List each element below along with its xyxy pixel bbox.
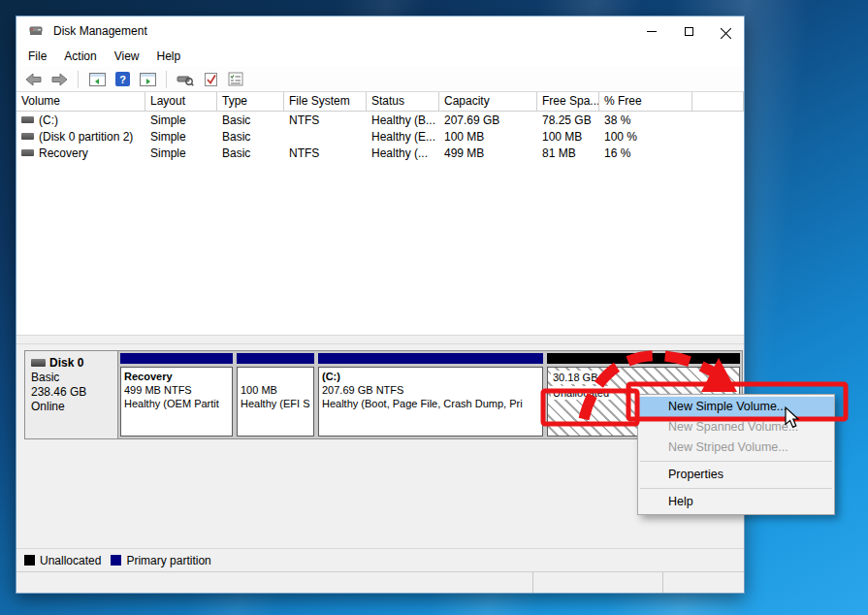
disk-icon xyxy=(31,359,46,367)
close-button[interactable] xyxy=(707,16,744,46)
menu-item-new-striped-volume: New Striped Volume... xyxy=(638,437,834,458)
column-header-blank xyxy=(692,92,744,111)
column-header-pct-free[interactable]: % Free xyxy=(599,92,692,111)
volume-list-pane: Volume Layout Type File System Status Ca… xyxy=(16,92,744,335)
unallocated-label: Unallocated xyxy=(551,386,611,400)
close-icon xyxy=(721,26,731,37)
legend-unallocated-label: Unallocated xyxy=(40,554,101,567)
table-row[interactable]: Recovery Simple Basic NTFS Healthy (... … xyxy=(16,145,744,161)
partition-recovery[interactable]: Recovery 499 MB NTFS Healthy (OEM Partit xyxy=(120,353,233,437)
menu-item-help[interactable]: Help xyxy=(638,492,834,512)
partition-c[interactable]: (C:) 207.69 GB NTFS Healthy (Boot, Page … xyxy=(318,353,543,437)
disk-type: Basic xyxy=(31,371,113,385)
svg-text:?: ? xyxy=(119,74,126,85)
column-header-capacity[interactable]: Capacity xyxy=(439,92,537,111)
pane-splitter[interactable] xyxy=(16,335,744,344)
disk-management-app-icon xyxy=(27,21,47,41)
toolbar-separator xyxy=(166,71,167,88)
back-icon[interactable] xyxy=(24,70,44,89)
column-header-volume[interactable]: Volume xyxy=(16,92,145,111)
disk-graphic-pane: Disk 0 Basic 238.46 GB Online Recovery 4… xyxy=(16,344,744,548)
legend-primary-label: Primary partition xyxy=(126,554,210,567)
legend-bar: Unallocated Primary partition xyxy=(16,548,744,571)
toolbar: ? xyxy=(16,67,744,92)
status-bar-main xyxy=(16,572,532,593)
show-console-tree-icon[interactable] xyxy=(87,70,107,89)
status-bar-cell xyxy=(532,572,662,593)
legend-primary-swatch xyxy=(111,555,121,566)
partition-header-bar xyxy=(120,353,233,364)
disk-size: 238.46 GB xyxy=(31,385,113,400)
partition-header-bar xyxy=(318,353,543,364)
menu-bar: File Action View Help xyxy=(16,46,744,67)
disk-status: Online xyxy=(31,400,113,414)
column-header-file-system[interactable]: File System xyxy=(284,92,367,111)
unallocated-size: 30.18 GB xyxy=(551,371,599,384)
minimize-icon xyxy=(647,31,657,32)
disk-0-row: Disk 0 Basic 238.46 GB Online Recovery 4… xyxy=(24,350,743,439)
menu-help[interactable]: Help xyxy=(148,49,190,63)
volume-name: (C:) xyxy=(39,113,58,127)
column-header-free-space[interactable]: Free Spa... xyxy=(537,92,599,111)
table-row[interactable]: (Disk 0 partition 2) Simple Basic Health… xyxy=(16,128,744,145)
volume-name: (Disk 0 partition 2) xyxy=(39,130,133,144)
device-properties-icon[interactable] xyxy=(176,70,195,89)
partition-header-bar xyxy=(547,353,740,364)
menu-separator xyxy=(640,488,832,489)
help-icon[interactable]: ? xyxy=(113,70,132,89)
legend-unallocated-swatch xyxy=(24,555,35,566)
status-bar xyxy=(16,571,744,593)
volume-icon xyxy=(21,133,34,140)
column-header-layout[interactable]: Layout xyxy=(145,92,217,111)
desktop-wallpaper: Disk Management File Action View Help xyxy=(0,0,868,615)
partition-efi[interactable]: 100 MB Healthy (EFI S xyxy=(237,353,314,437)
window-title: Disk Management xyxy=(53,24,147,38)
disk-0-label[interactable]: Disk 0 Basic 238.46 GB Online xyxy=(25,351,118,438)
status-bar-cell xyxy=(662,572,744,593)
validate-check-icon[interactable] xyxy=(201,70,220,89)
menu-action[interactable]: Action xyxy=(55,49,105,63)
menu-item-new-simple-volume[interactable]: New Simple Volume... xyxy=(638,397,834,417)
menu-view[interactable]: View xyxy=(106,49,148,63)
volume-icon xyxy=(21,116,34,123)
disk-management-window: Disk Management File Action View Help xyxy=(16,16,745,594)
maximize-button[interactable] xyxy=(670,16,707,46)
disk-name: Disk 0 xyxy=(49,356,83,370)
volume-table-header: Volume Layout Type File System Status Ca… xyxy=(16,92,744,112)
minimize-button[interactable] xyxy=(633,16,670,46)
menu-item-properties[interactable]: Properties xyxy=(638,465,834,485)
checklist-icon[interactable] xyxy=(226,70,245,89)
partition-header-bar xyxy=(237,353,314,364)
context-menu: New Simple Volume... New Spanned Volume.… xyxy=(637,394,835,515)
menu-file[interactable]: File xyxy=(19,49,55,63)
title-bar[interactable]: Disk Management xyxy=(16,16,744,46)
column-header-status[interactable]: Status xyxy=(367,92,439,111)
table-row[interactable]: (C:) Simple Basic NTFS Healthy (B... 207… xyxy=(16,112,744,128)
menu-item-new-spanned-volume: New Spanned Volume... xyxy=(638,417,834,437)
maximize-icon xyxy=(685,27,693,36)
volume-icon xyxy=(21,149,34,156)
column-header-type[interactable]: Type xyxy=(217,92,284,111)
volume-name: Recovery xyxy=(39,146,88,160)
show-action-pane-icon[interactable] xyxy=(138,70,157,89)
forward-icon[interactable] xyxy=(49,70,69,89)
menu-separator xyxy=(640,461,832,462)
toolbar-separator xyxy=(78,71,79,88)
